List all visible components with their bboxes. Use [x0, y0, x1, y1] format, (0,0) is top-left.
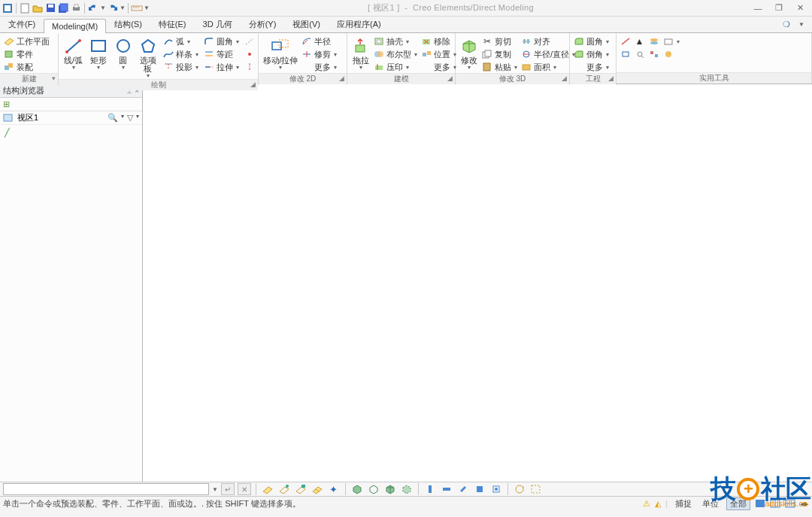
view-edges-icon[interactable]: [400, 482, 414, 496]
move-stretch-button[interactable]: 移动/拉伸▾: [262, 35, 299, 71]
util-tool5-icon[interactable]: ▾: [662, 35, 680, 47]
minimize-icon[interactable]: —: [752, 3, 764, 14]
viewport-canvas[interactable]: [143, 84, 812, 482]
new-part-button[interactable]: 零件: [3, 48, 50, 60]
redo-icon[interactable]: [107, 2, 119, 14]
position-button[interactable]: 位置▾: [420, 48, 456, 60]
paste3d-button[interactable]: 粘贴▾: [481, 61, 517, 73]
new-workplane-button[interactable]: 工作平面: [3, 35, 50, 47]
print-icon[interactable]: [70, 2, 82, 14]
save-all-icon[interactable]: [57, 2, 69, 14]
tab-feature[interactable]: 特征(E): [150, 16, 195, 32]
view-wire-icon[interactable]: [367, 482, 380, 496]
dyn-zoom-icon[interactable]: [529, 482, 543, 496]
tree-expand-icon[interactable]: ⊞: [3, 99, 10, 109]
boolean-button[interactable]: 布尔型▾: [373, 48, 417, 60]
all-button[interactable]: 全部: [726, 497, 750, 510]
pull-button[interactable]: 拖拉▾: [350, 35, 371, 71]
more-model-button[interactable]: 更多▾: [420, 61, 456, 73]
tab-analysis[interactable]: 分析(Y): [241, 16, 285, 32]
find-icon[interactable]: 🔍: [108, 113, 118, 123]
rectangle-button[interactable]: 矩形▾: [86, 35, 110, 71]
filter-icon[interactable]: ▽: [127, 113, 133, 123]
cancel-button[interactable]: ✕: [238, 483, 251, 495]
chamfer-button[interactable]: 倒角▾: [573, 48, 609, 60]
util-tool1-icon[interactable]: [620, 35, 631, 47]
collapse-ribbon-icon[interactable]: ▼: [795, 19, 807, 29]
axis-x-icon[interactable]: [423, 482, 437, 496]
tab-modeling[interactable]: Modeling(M): [44, 19, 106, 33]
help-icon[interactable]: ❍: [780, 19, 792, 29]
construction-line-icon[interactable]: [244, 35, 255, 47]
area-button[interactable]: 面积▾: [520, 61, 575, 73]
expand-icon[interactable]: ◢: [250, 81, 256, 88]
util-tool6-icon[interactable]: [662, 48, 680, 60]
axis-z-icon[interactable]: [456, 482, 470, 496]
tab-file[interactable]: 文件(F): [0, 16, 44, 32]
undo-dropdown-icon[interactable]: ▼: [100, 2, 106, 14]
open-icon[interactable]: [32, 2, 44, 14]
line-arc-button[interactable]: 线/弧▾: [62, 35, 85, 71]
fillet2d-button[interactable]: 圆角▾: [203, 35, 239, 47]
wp-grid-icon[interactable]: [311, 482, 324, 496]
more-eng-button[interactable]: 更多▾: [573, 61, 609, 73]
spline-button[interactable]: 样条▾: [162, 48, 198, 60]
status-warn2-icon[interactable]: ◭: [655, 499, 661, 509]
radius-diameter-button[interactable]: 半径/直径▾: [520, 48, 575, 60]
modify3d-button[interactable]: 修改▾: [459, 35, 480, 71]
util-probe-icon[interactable]: [634, 48, 645, 60]
view3-icon[interactable]: [785, 499, 795, 508]
wp-sel1-icon[interactable]: [277, 482, 291, 496]
undo-icon[interactable]: [87, 2, 99, 14]
util-layer-icon[interactable]: [648, 35, 659, 47]
axis-y-icon[interactable]: [440, 482, 453, 496]
tab-view[interactable]: 视图(V): [284, 16, 329, 32]
util-tool2-icon[interactable]: [620, 48, 631, 60]
circle-button[interactable]: 圆▾: [111, 35, 135, 71]
view-shaded-icon[interactable]: [350, 482, 364, 496]
enter-button[interactable]: ↵: [221, 483, 235, 495]
offset-button[interactable]: 等距: [203, 48, 239, 60]
wp-sel2-icon[interactable]: [294, 482, 308, 496]
expand-icon[interactable]: ◢: [339, 75, 344, 82]
expand-icon[interactable]: ▾: [52, 75, 56, 82]
tab-structure[interactable]: 结构(S): [106, 16, 150, 32]
extend-button[interactable]: 拉伸▾: [203, 61, 239, 73]
unit-button[interactable]: 单位: [699, 498, 722, 509]
align-button[interactable]: 对齐: [520, 35, 575, 47]
cut3d-button[interactable]: ✂剪切: [481, 35, 517, 47]
copy3d-button[interactable]: 复制: [481, 48, 517, 60]
status-warn-icon[interactable]: ⚠: [643, 499, 650, 509]
tree-root-icon[interactable]: ╱: [5, 128, 10, 137]
new-assembly-button[interactable]: 装配: [3, 61, 50, 73]
nav-collapse-icon[interactable]: ◂▸: [800, 499, 809, 509]
command-history-dropdown[interactable]: ▼: [212, 486, 218, 493]
snap-button[interactable]: 捕捉: [672, 498, 695, 509]
close-icon[interactable]: ✕: [794, 3, 806, 14]
view1-icon[interactable]: [755, 499, 765, 508]
palette-button[interactable]: 选项板▾: [136, 35, 159, 79]
point-icon[interactable]: [244, 48, 255, 60]
axis-free-icon[interactable]: [473, 482, 486, 496]
expand-icon[interactable]: ◢: [608, 75, 614, 82]
project-button[interactable]: 投影▾: [162, 61, 198, 73]
expand-icon[interactable]: ◢: [562, 75, 567, 82]
tab-app[interactable]: 应用程序(A): [329, 16, 389, 32]
trim-button[interactable]: 修剪▾: [301, 48, 337, 60]
save-icon[interactable]: [44, 2, 56, 14]
redo-dropdown-icon[interactable]: ▼: [120, 2, 126, 14]
radius-button[interactable]: 半径: [301, 35, 337, 47]
view2-icon[interactable]: [770, 499, 780, 508]
imprint-button[interactable]: 压印▾: [373, 61, 417, 73]
expand-icon[interactable]: ◢: [447, 75, 453, 82]
fillet3d-button[interactable]: 圆角▾: [573, 35, 609, 47]
remove-button[interactable]: 移除: [420, 35, 456, 47]
viewport-row[interactable]: 视区1 🔍▾▽▾: [0, 111, 142, 125]
view-hidden-icon[interactable]: [383, 482, 397, 496]
new-icon[interactable]: [19, 2, 31, 14]
axis-center-icon[interactable]: [489, 482, 503, 496]
command-input[interactable]: [3, 483, 209, 495]
app-menu-icon[interactable]: [2, 2, 14, 14]
util-misc-icon[interactable]: [648, 48, 659, 60]
tab-3dgeom[interactable]: 3D 几何: [195, 16, 241, 32]
